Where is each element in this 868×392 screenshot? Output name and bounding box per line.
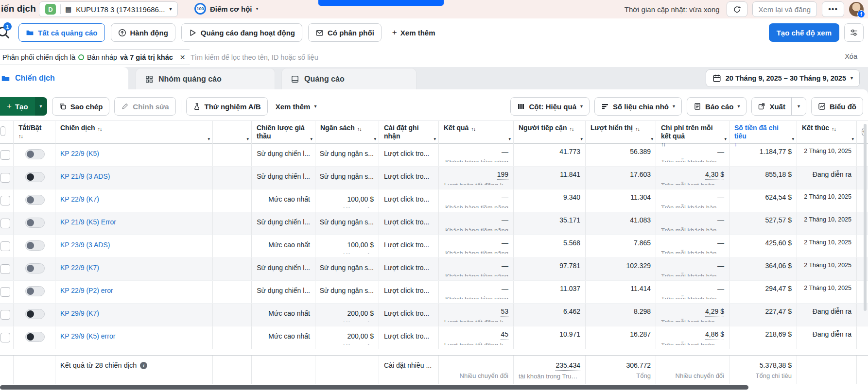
delivery-filter-chip[interactable]: Phân phối chiến dịch là Bản nháp và 7 gi… (0, 49, 192, 65)
column-caret-icon[interactable]: ▾ (246, 136, 249, 142)
date-range-picker[interactable]: 20 Tháng 9, 2025 – 30 Tháng 9, 2025 ▾ (706, 69, 860, 87)
campaign-toggle[interactable] (25, 332, 45, 342)
more-options-button[interactable]: ••• (822, 1, 844, 17)
cost-per-result-sub: Trên mỗi khách hàng t... (661, 158, 724, 163)
row-checkbox[interactable] (0, 173, 10, 183)
column-caret-icon[interactable]: ▾ (208, 136, 210, 142)
amount-spent-value: 364,06 $ (765, 262, 792, 271)
campaign-name-cell: KP 22/9 (K7) (55, 258, 213, 280)
campaign-toggle[interactable] (25, 309, 45, 319)
filter-all-ads[interactable]: Tất cả quảng cáo (18, 23, 105, 42)
campaign-name-link[interactable]: KP 29/9 (K7) (60, 309, 208, 318)
campaign-toggle[interactable] (25, 195, 45, 205)
footer-add-column-cell (857, 356, 868, 389)
horizontal-scrollbar-thumb[interactable] (0, 385, 748, 390)
close-icon[interactable]: ✕ (180, 53, 186, 61)
opportunity-score[interactable]: 100 Điểm cơ hội ▾ (194, 3, 259, 15)
chevron-down-icon: ▾ (737, 104, 740, 109)
export-dropdown-caret[interactable]: ▾ (791, 98, 806, 115)
chevron-down-icon: ▾ (580, 104, 583, 109)
preview-cell (213, 258, 252, 280)
search-button[interactable]: 1 (0, 25, 13, 42)
campaign-toggle[interactable] (25, 172, 45, 182)
clear-filters-link[interactable]: Xóa (845, 52, 857, 60)
amount-spent-value: 294,47 $ (765, 285, 792, 293)
tab-ad-sets[interactable]: Nhóm quảng cáo (136, 68, 275, 89)
campaign-toggle[interactable] (25, 218, 45, 228)
column-caret-icon[interactable]: ▾ (651, 136, 653, 142)
cost-per-result-cell: —Trên mỗi khách hàng t... (656, 212, 729, 235)
campaign-name-link[interactable]: KP 21/9 (3 ADS) (60, 172, 208, 181)
filter-active-ads[interactable]: Quảng cáo đang hoạt động (181, 23, 302, 42)
campaign-name-link[interactable]: KP 23/9 (3 ADS) (60, 241, 208, 250)
budget-sub: Hàng ngày (343, 320, 374, 323)
row-checkbox[interactable] (0, 241, 10, 251)
column-caret-icon[interactable]: ▾ (508, 136, 511, 142)
campaign-toggle[interactable] (25, 263, 45, 273)
campaign-name-link[interactable]: KP 21/9 (K5) Error (60, 218, 208, 227)
filter-has-delivery[interactable]: Có phân phối (308, 23, 382, 42)
edit-button[interactable]: Chỉnh sửa (114, 97, 175, 116)
column-caret-icon[interactable]: ▾ (434, 136, 436, 142)
campaign-toggle[interactable] (25, 286, 45, 296)
end-date-cell: 2 Tháng 10, 2025 (797, 144, 857, 166)
filter-actions[interactable]: Hành động (111, 23, 175, 42)
reports-button[interactable]: Báo cáo ▾ (687, 97, 746, 116)
tab-ads[interactable]: Quảng cáo (281, 68, 417, 89)
column-caret-icon[interactable]: ▾ (374, 136, 376, 142)
top-bar-right: Thời gian cập nhật: vừa xong Xem lại và … (625, 1, 864, 17)
campaign-name-link[interactable]: KP 22/9 (K7) (60, 264, 208, 273)
opportunity-label: Điểm cơ hội (210, 5, 252, 13)
footer-spent-sub: Tổng chi tiêu (756, 372, 792, 379)
duplicate-label: Sao chép (70, 102, 103, 111)
row-checkbox[interactable] (0, 219, 10, 228)
see-more-filters-button[interactable]: + Xem thêm (387, 28, 440, 37)
avatar[interactable]: f (849, 2, 864, 17)
vertical-scrollbar-thumb[interactable] (864, 124, 867, 311)
duplicate-button[interactable]: Sao chép (52, 97, 110, 116)
top-bar: iến dịch D ▤ KUPU178 3 (1743119686... ▾ … (0, 0, 868, 18)
campaign-toggle[interactable] (25, 149, 45, 159)
column-caret-icon[interactable]: ▾ (851, 136, 854, 142)
column-caret-icon[interactable]: ▾ (724, 136, 727, 142)
campaign-name-link[interactable]: KP 22/9 (K7) (60, 195, 208, 204)
breakdown-button[interactable]: Số liệu chia nhỏ ▾ (594, 97, 682, 116)
review-publish-button[interactable]: Xem lại và đăng (752, 1, 817, 17)
footer-impressions-sub: Tổng (636, 372, 651, 379)
export-button[interactable]: Xuất (752, 98, 791, 115)
campaign-name-link[interactable]: KP 22/9 (K5) (60, 150, 208, 158)
charts-button[interactable]: Biểu đồ (811, 97, 863, 116)
columns-button[interactable]: Cột: Hiệu quả ▾ (510, 97, 590, 116)
row-checkbox[interactable] (0, 310, 10, 320)
account-selector[interactable]: D ▤ KUPU178 3 (1743119686... ▾ (39, 1, 178, 17)
column-caret-icon[interactable]: ▾ (580, 136, 583, 142)
ab-test-button[interactable]: Thử nghiệm A/B (186, 97, 268, 116)
refresh-button[interactable] (727, 1, 747, 17)
chart-icon (818, 102, 826, 110)
create-campaign-button[interactable]: + Tạo ▾ (0, 97, 47, 116)
view-settings-button[interactable] (844, 23, 864, 42)
row-checkbox[interactable] (0, 287, 10, 297)
info-icon[interactable]: i (140, 362, 147, 369)
preview-cell (213, 167, 252, 189)
row-checkbox[interactable] (0, 264, 10, 274)
reach-cell: 5.568 (514, 235, 586, 257)
more-actions-button[interactable]: Xem thêm ▾ (273, 102, 320, 111)
header-checkbox[interactable] (0, 126, 5, 136)
column-caret-icon[interactable]: ▾ (792, 136, 794, 142)
tab-campaigns[interactable]: Chiến dịch (0, 67, 128, 89)
sliders-icon (850, 28, 858, 37)
campaign-name-link[interactable]: KP 22/9 (P2) eror (60, 287, 208, 295)
create-dropdown-caret[interactable]: ▾ (35, 97, 47, 116)
amount-spent-value: 527,57 $ (765, 216, 792, 225)
row-checkbox[interactable] (0, 333, 10, 342)
row-checkbox[interactable] (0, 196, 10, 205)
campaign-toggle[interactable] (25, 240, 45, 251)
campaign-name-link[interactable]: KP 29/9 (K5) error (60, 332, 208, 341)
search-input[interactable] (190, 49, 532, 65)
create-view-button[interactable]: Tạo chế độ xem (769, 23, 839, 42)
row-toggle-cell (14, 212, 55, 235)
row-checkbox[interactable] (0, 150, 10, 160)
column-caret-icon[interactable]: ▾ (310, 136, 312, 142)
results-value: — (502, 285, 508, 293)
